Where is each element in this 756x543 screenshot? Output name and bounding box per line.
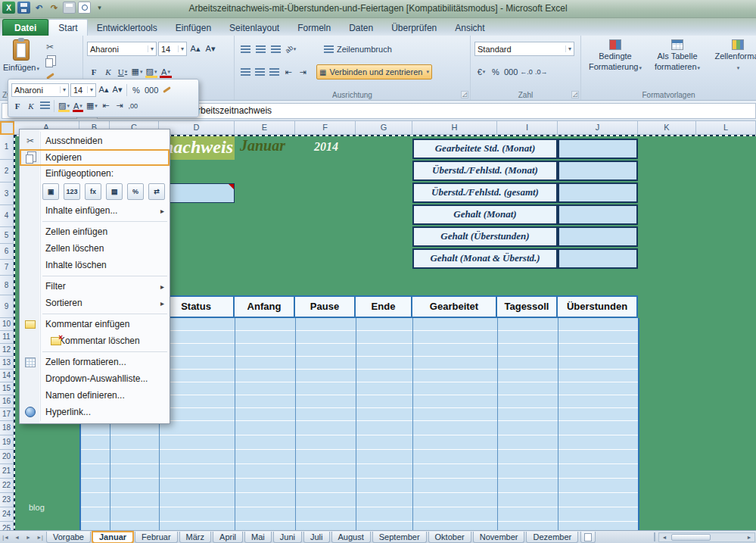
paste-option-percent-icon[interactable]: % [127, 183, 144, 200]
paste-option-values-icon[interactable]: 123 [64, 183, 80, 200]
ribbon-tab-daten[interactable]: Daten [340, 20, 382, 36]
mini-font-size-combo[interactable]: 14 [70, 83, 96, 97]
font-family-combo[interactable]: Aharoni [87, 42, 157, 56]
summary-label-5[interactable]: Gehalt (Überstunden) [412, 226, 558, 247]
column-header-i[interactable]: I [497, 121, 558, 135]
number-format-combo[interactable]: Standard [474, 42, 574, 56]
row-header-20[interactable]: 20 [0, 450, 14, 464]
sheet-tab-januar[interactable]: Januar [92, 532, 133, 543]
column-header-d[interactable]: D [159, 121, 235, 135]
align-center-icon[interactable] [253, 65, 266, 80]
mini-increase-font-icon[interactable]: A▴ [98, 83, 110, 97]
sheet-tab-dezember[interactable]: Dezember [526, 532, 578, 543]
borders-button[interactable]: ▦ [130, 64, 144, 79]
row-header-14[interactable]: 14 [0, 370, 14, 382]
mini-decrease-indent-icon[interactable]: ⇤ [100, 99, 112, 113]
menu-item-namen-definieren[interactable]: Namen definieren... [20, 387, 170, 404]
tab-splitter[interactable] [652, 532, 657, 541]
undo-icon[interactable] [33, 2, 45, 14]
copy-icon[interactable] [44, 56, 56, 67]
mini-italic-button[interactable]: K [25, 99, 37, 113]
table-body-lower[interactable] [79, 421, 638, 530]
mini-increase-indent-icon[interactable]: ⇥ [114, 99, 126, 113]
mini-thousands-icon[interactable]: 000 [144, 83, 159, 97]
sheet-tab-mai[interactable]: Mai [244, 532, 272, 543]
sheet-tab-august[interactable]: August [331, 532, 371, 543]
summary-label-4[interactable]: Gehalt (Monat) [412, 204, 558, 225]
mini-font-color-button[interactable]: A [72, 99, 84, 113]
column-header-e[interactable]: E [235, 121, 295, 135]
sheet-tab-april[interactable]: April [213, 532, 243, 543]
align-bottom-icon[interactable] [269, 42, 282, 57]
mini-bold-button[interactable]: F [11, 99, 23, 113]
mini-decimal-icon[interactable]: ,00 [127, 99, 139, 113]
paste-option-link-icon[interactable]: ⇄ [148, 183, 165, 200]
horizontal-scroll-thumb[interactable] [671, 534, 711, 541]
wrap-text-button[interactable]: Zeilenumbruch [322, 42, 394, 57]
increase-decimal-icon[interactable]: ←.0 [519, 64, 534, 79]
decrease-font-icon[interactable]: A▾ [204, 42, 217, 56]
menu-item-filter[interactable]: Filter [20, 278, 170, 295]
insert-worksheet-tab[interactable] [580, 532, 596, 543]
column-header-g[interactable]: G [356, 121, 412, 135]
summary-label-6[interactable]: Gehalt (Monat & Überstd.) [412, 248, 558, 269]
summary-label-1[interactable]: Gearbeitete Std. (Monat) [412, 139, 558, 159]
scroll-right-button[interactable] [744, 533, 754, 541]
paste-option-formatting-icon[interactable]: ▤ [106, 183, 123, 200]
column-header-h[interactable]: H [412, 121, 497, 135]
row-header-7[interactable]: 7 [0, 260, 14, 276]
mini-align-center-icon[interactable] [39, 99, 51, 113]
row-header-16[interactable]: 16 [0, 395, 14, 408]
bold-button[interactable]: F [87, 64, 101, 79]
mini-fill-color-button[interactable]: ▨ [58, 99, 70, 113]
format-as-table-button[interactable]: Als Tabelle formatieren [648, 39, 707, 73]
ribbon-tab-entwicklertools[interactable]: Entwicklertools [88, 20, 166, 36]
scroll-left-button[interactable] [659, 533, 670, 541]
decrease-decimal-icon[interactable]: .0→ [534, 64, 549, 79]
sheet-tab-november[interactable]: November [473, 532, 525, 543]
thousands-format-icon[interactable]: 000 [503, 64, 518, 79]
summary-label-2[interactable]: Überstd./Fehlstd. (Monat) [412, 161, 558, 181]
italic-button[interactable]: K [101, 64, 115, 79]
merge-center-button[interactable]: ▦ Verbinden und zentrieren [316, 64, 432, 80]
sheet-tab-september[interactable]: September [372, 532, 427, 543]
row-header-5[interactable]: 5 [0, 227, 14, 244]
first-sheet-button[interactable] [0, 531, 11, 543]
column-header-f[interactable]: F [295, 121, 356, 135]
row-header-17[interactable]: 17 [0, 408, 14, 421]
row-header-24[interactable]: 24 [0, 507, 14, 522]
increase-indent-icon[interactable]: ⇥ [296, 65, 310, 80]
menu-item-inhalte-einfügen[interactable]: Inhalte einfügen... [20, 202, 170, 219]
summary-label-3[interactable]: Überstd./Fehlstd. (gesamt) [412, 183, 558, 203]
row-header-22[interactable]: 22 [0, 479, 14, 493]
row-header-19[interactable]: 19 [0, 435, 14, 450]
menu-item-zellen-formatieren[interactable]: Zellen formatieren... [20, 354, 170, 370]
cell-styles-button[interactable]: Zellenformat [711, 39, 756, 73]
sheet-tab-märz[interactable]: März [179, 532, 211, 543]
summary-value-1[interactable] [558, 139, 638, 159]
row-header-10[interactable]: 10 [0, 318, 14, 331]
align-middle-icon[interactable] [254, 42, 267, 57]
sheet-tab-juni[interactable]: Juni [273, 532, 302, 543]
save-icon[interactable] [17, 2, 30, 14]
mini-borders-button[interactable]: ▦ [86, 99, 98, 113]
decrease-indent-icon[interactable]: ⇤ [282, 65, 295, 80]
row-header-18[interactable]: 18 [0, 421, 14, 435]
row-header-8[interactable]: 8 [0, 276, 14, 295]
column-header-j[interactable]: J [558, 121, 638, 135]
row-header-2[interactable]: 2 [0, 160, 14, 183]
next-sheet-button[interactable] [23, 531, 34, 543]
currency-format-icon[interactable]: € [474, 64, 488, 79]
print-icon[interactable] [63, 2, 76, 14]
ribbon-tab-start[interactable]: Start [48, 19, 87, 36]
row-header-4[interactable]: 4 [0, 205, 14, 227]
ribbon-tab-überprüfen[interactable]: Überprüfen [382, 20, 446, 36]
ribbon-tab-formeln[interactable]: Formeln [288, 20, 340, 36]
increase-font-icon[interactable]: A▴ [188, 42, 202, 56]
mini-format-painter-icon[interactable] [160, 83, 173, 97]
select-all-button[interactable] [0, 121, 14, 135]
orientation-icon[interactable]: ab [284, 42, 297, 57]
sheet-tab-oktober[interactable]: Oktober [428, 532, 471, 543]
align-top-icon[interactable] [238, 42, 252, 57]
number-dialog-launcher[interactable] [571, 91, 579, 98]
